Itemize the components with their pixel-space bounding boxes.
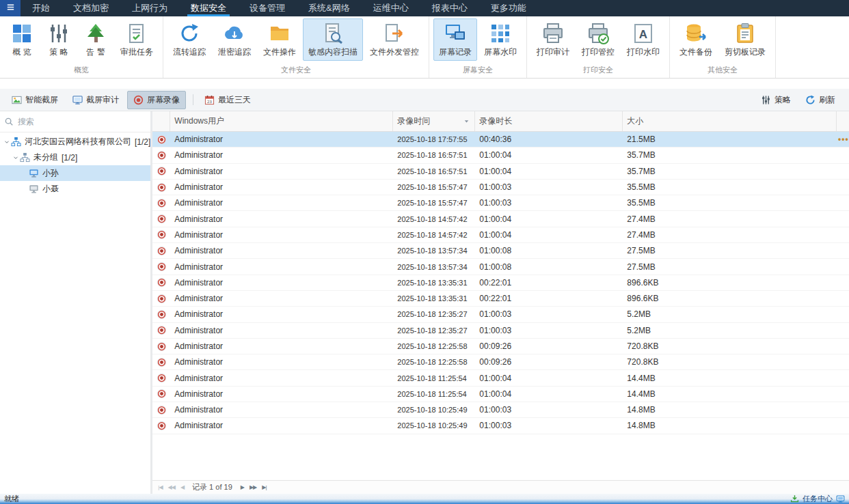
- cell-user: Administrator: [170, 278, 393, 288]
- overview-icon: [11, 23, 33, 44]
- pagination-next-button[interactable]: ▶: [238, 484, 247, 490]
- toolbar-button-smart-capture[interactable]: 智能截屏: [5, 91, 64, 109]
- cell-duration: 00:09:26: [475, 341, 623, 351]
- table-row[interactable]: Administrator2025-10-18 12:35:2701:00:03…: [152, 307, 849, 322]
- table-row[interactable]: Administrator2025-10-18 13:57:3401:00:08…: [152, 243, 849, 259]
- ribbon-button-folder[interactable]: 文件操作: [258, 18, 301, 61]
- table-row[interactable]: Administrator2025-10-18 14:57:4201:00:04…: [152, 211, 849, 227]
- app-menu-button[interactable]: [0, 0, 21, 16]
- table-row[interactable]: Administrator2025-10-18 17:57:5500:40:36…: [152, 132, 849, 148]
- pagination-next-group-button[interactable]: ▶▶: [247, 484, 259, 490]
- table-row[interactable]: Administrator2025-10-18 16:57:5101:00:04…: [152, 164, 849, 180]
- record-dot-icon: [133, 95, 144, 105]
- table-row[interactable]: Administrator2025-10-18 16:57:5101:00:04…: [152, 148, 849, 163]
- menu-item[interactable]: 报表中心: [420, 0, 479, 16]
- table-row[interactable]: Administrator2025-10-18 12:25:5800:09:26…: [152, 354, 849, 370]
- outgoing-icon: [383, 23, 405, 44]
- toolbar-button-policy-small[interactable]: 策略: [755, 91, 797, 109]
- ribbon-button-alarm[interactable]: 告 警: [78, 18, 113, 61]
- table-row[interactable]: Administrator2025-10-18 10:25:4901:00:03…: [152, 418, 849, 434]
- ribbon-button-print-watermark[interactable]: A打印水印: [621, 18, 665, 61]
- tree-item-label: 未分组: [33, 152, 58, 163]
- table-row[interactable]: Administrator2025-10-18 11:25:5401:00:04…: [152, 370, 849, 386]
- cell-size: 720.8KB: [623, 357, 837, 367]
- ribbon-button-screen-record[interactable]: 屏幕记录: [433, 18, 477, 61]
- menu-item[interactable]: 运维中心: [362, 0, 420, 16]
- ribbon-button-approval[interactable]: 审批任务: [115, 18, 159, 61]
- cell-size: 5.2MB: [623, 309, 837, 319]
- record-row-icon: [157, 405, 167, 415]
- column-header[interactable]: Windows用户: [170, 111, 393, 131]
- menu-item[interactable]: 设备管理: [238, 0, 297, 16]
- cell-duration: 01:00:04: [475, 167, 623, 176]
- pagination-first-button[interactable]: |◀: [155, 484, 165, 490]
- ribbon-button-leak[interactable]: 泄密追踪: [213, 18, 256, 61]
- table-row[interactable]: Administrator2025-10-18 10:25:4901:00:03…: [152, 402, 849, 418]
- task-center-icon[interactable]: [790, 494, 799, 503]
- menu-item[interactable]: 开始: [21, 0, 62, 16]
- cell-user: Administrator: [170, 389, 393, 399]
- ribbon-button-overview[interactable]: 概 览: [4, 18, 40, 61]
- tree-item[interactable]: 未分组[1/2]: [0, 150, 150, 165]
- table-row[interactable]: Administrator2025-10-18 13:35:3100:22:01…: [152, 275, 849, 291]
- ribbon-button-file-backup[interactable]: 文件备份: [674, 18, 718, 61]
- row-icon-cell: [152, 389, 170, 399]
- menu-item[interactable]: 更多功能: [479, 0, 538, 16]
- table-row[interactable]: Administrator2025-10-18 12:35:2701:00:03…: [152, 323, 849, 339]
- column-header[interactable]: 录像时长: [475, 111, 623, 131]
- pagination-last-button[interactable]: ▶|: [259, 484, 269, 490]
- table-row[interactable]: Administrator2025-10-18 11:25:5401:00:04…: [152, 387, 849, 402]
- task-center-label[interactable]: 任务中心: [803, 494, 833, 504]
- tree-item[interactable]: 河北安国云网络科技有限公司[1/2]: [0, 134, 150, 150]
- tree-item[interactable]: 小聂: [0, 181, 150, 197]
- toolbar-button-refresh[interactable]: 刷新: [799, 91, 841, 109]
- ribbon-button-policy[interactable]: 策 略: [41, 18, 77, 61]
- pagination-prev-group-button[interactable]: ◀◀: [165, 484, 178, 490]
- ribbon-button-print-control[interactable]: 打印管控: [576, 18, 620, 61]
- pagination-prev-button[interactable]: ◀: [178, 484, 187, 490]
- chevron-down-icon[interactable]: [11, 154, 20, 161]
- cell-time: 2025-10-18 13:57:34: [393, 247, 475, 255]
- menu-item[interactable]: 上网行为: [120, 0, 179, 16]
- cell-user: Administrator: [170, 357, 393, 367]
- ribbon-button-screen-watermark[interactable]: 屏幕水印: [479, 18, 522, 61]
- table-row[interactable]: Administrator2025-10-18 15:57:4701:00:03…: [152, 195, 849, 211]
- ribbon-button-outgoing[interactable]: 文件外发管控: [364, 18, 424, 61]
- column-header[interactable]: 录像时间: [393, 111, 475, 131]
- record-row-icon: [157, 166, 167, 176]
- cell-time: 2025-10-18 13:57:34: [393, 263, 475, 271]
- cell-size: 896.6KB: [623, 294, 837, 303]
- menu-item[interactable]: 文档加密: [62, 0, 120, 16]
- toolbar-button-capture-audit[interactable]: 截屏审计: [66, 91, 125, 109]
- toolbar-button-calendar[interactable]: 23最近三天: [198, 91, 257, 109]
- toolbar-button-record-dot[interactable]: 屏幕录像: [127, 91, 186, 109]
- agent-monitor-icon[interactable]: [836, 494, 845, 503]
- row-actions-cell: •••: [837, 135, 849, 144]
- svg-text:A: A: [639, 28, 647, 41]
- cell-size: 35.5MB: [623, 182, 837, 192]
- table-row[interactable]: Administrator2025-10-18 13:35:3100:22:01…: [152, 291, 849, 307]
- group-icon: [20, 152, 30, 163]
- ribbon-button-clipboard[interactable]: 剪切板记录: [719, 18, 771, 61]
- table-row[interactable]: Administrator2025-10-18 14:57:4201:00:04…: [152, 227, 849, 243]
- table-row[interactable]: Administrator2025-10-18 13:57:3401:00:08…: [152, 259, 849, 275]
- cell-time: 2025-10-18 13:35:31: [393, 294, 475, 303]
- cell-user: Administrator: [170, 341, 393, 351]
- menu-item[interactable]: 系统&网络: [297, 0, 362, 16]
- search-input[interactable]: [18, 117, 146, 126]
- column-header-filler: [837, 111, 849, 131]
- ribbon-button-trace[interactable]: 流转追踪: [167, 18, 211, 61]
- table-row[interactable]: Administrator2025-10-18 15:57:4701:00:03…: [152, 180, 849, 195]
- chevron-down-icon[interactable]: [2, 139, 11, 145]
- ribbon-button-label: 审批任务: [120, 46, 153, 58]
- tree-item[interactable]: 小孙: [0, 165, 150, 181]
- row-actions-button[interactable]: •••: [838, 135, 849, 144]
- ribbon-button-scan[interactable]: 敏感内容扫描: [303, 18, 363, 61]
- menu-item[interactable]: 数据安全: [179, 0, 238, 16]
- column-header[interactable]: 大小: [623, 111, 837, 131]
- row-icon-cell: [152, 166, 170, 176]
- hamburger-icon: [5, 2, 16, 14]
- table-row[interactable]: Administrator2025-10-18 12:25:5800:09:26…: [152, 339, 849, 354]
- ribbon-button-print-audit[interactable]: 打印审计: [531, 18, 575, 61]
- folder-icon: [269, 23, 291, 44]
